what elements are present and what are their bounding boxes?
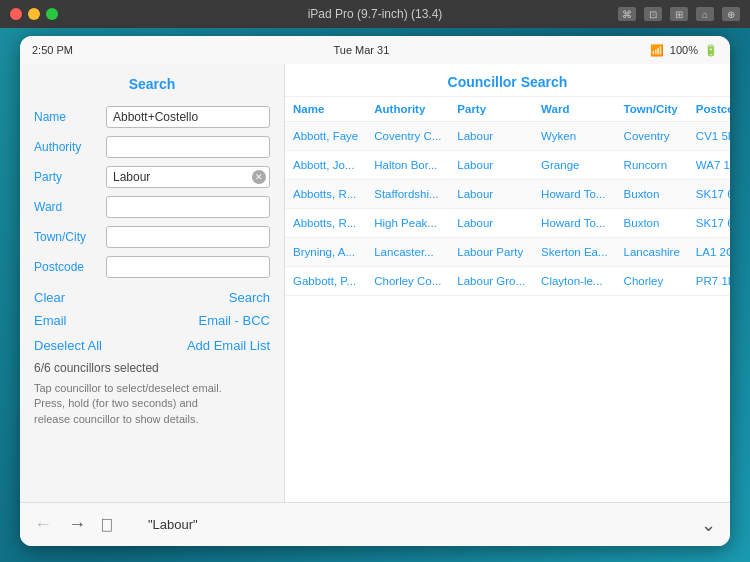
cell-5: LA1 2QD bbox=[688, 238, 730, 267]
clear-button[interactable]: Clear bbox=[34, 290, 65, 305]
table-header-row: Name Authority Party Ward Town/City Post… bbox=[285, 97, 730, 122]
name-row: Name bbox=[34, 106, 270, 128]
email-row: Email Email - BCC bbox=[34, 313, 270, 328]
party-row: Party ✕ bbox=[34, 166, 270, 188]
minimize-button[interactable] bbox=[28, 8, 40, 20]
cell-2: Labour bbox=[449, 122, 533, 151]
postcode-row: Postcode bbox=[34, 256, 270, 278]
maximize-button[interactable] bbox=[46, 8, 58, 20]
ward-label: Ward bbox=[34, 200, 106, 214]
status-right: 📶 100% 🔋 bbox=[650, 44, 718, 57]
name-label: Name bbox=[34, 110, 106, 124]
cell-1: Staffordshi... bbox=[366, 180, 449, 209]
close-button[interactable] bbox=[10, 8, 22, 20]
battery-text: 100% bbox=[670, 44, 698, 56]
right-panel-title: Councillor Search bbox=[285, 64, 730, 97]
cell-1: Coventry C... bbox=[366, 122, 449, 151]
tb-icon-5[interactable]: ⊕ bbox=[722, 7, 740, 21]
deselect-all-button[interactable]: Deselect All bbox=[34, 338, 102, 353]
forward-button[interactable]: → bbox=[68, 514, 86, 535]
toolbar-current-text: "Labour" bbox=[148, 517, 198, 532]
authority-row: Authority bbox=[34, 136, 270, 158]
tb-icon-4[interactable]: ⌂ bbox=[696, 7, 714, 21]
cell-0: Gabbott, P... bbox=[285, 267, 366, 296]
cell-4: Buxton bbox=[616, 180, 688, 209]
cell-4: Buxton bbox=[616, 209, 688, 238]
cell-1: Halton Bor... bbox=[366, 151, 449, 180]
cell-1: Lancaster... bbox=[366, 238, 449, 267]
status-bar: 2:50 PM Tue Mar 31 📶 100% 🔋 bbox=[20, 36, 730, 64]
main-content: Search Name Authority Party ✕ bbox=[20, 64, 730, 502]
cell-3: Clayton-le... bbox=[533, 267, 615, 296]
party-input-container: ✕ bbox=[106, 166, 270, 188]
battery-icon: 🔋 bbox=[704, 44, 718, 57]
ipad-frame: 2:50 PM Tue Mar 31 📶 100% 🔋 Search Name … bbox=[20, 36, 730, 546]
results-table: Name Authority Party Ward Town/City Post… bbox=[285, 97, 730, 296]
chevron-down-icon[interactable]: ⌄ bbox=[701, 514, 716, 536]
ward-row: Ward bbox=[34, 196, 270, 218]
party-input[interactable] bbox=[106, 166, 270, 188]
window-title: iPad Pro (9.7-inch) (13.4) bbox=[308, 7, 443, 21]
results-table-container[interactable]: Name Authority Party Ward Town/City Post… bbox=[285, 97, 730, 502]
col-header-town: Town/City bbox=[616, 97, 688, 122]
cell-5: PR7 1DP bbox=[688, 267, 730, 296]
cell-0: Abbott, Jo... bbox=[285, 151, 366, 180]
table-row[interactable]: Abbotts, R...Staffordshi...LabourHoward … bbox=[285, 180, 730, 209]
cell-1: Chorley Co... bbox=[366, 267, 449, 296]
table-row[interactable]: Abbotts, R...High Peak...LabourHoward To… bbox=[285, 209, 730, 238]
email-button[interactable]: Email bbox=[34, 313, 67, 328]
cell-5: CV1 5RR bbox=[688, 122, 730, 151]
cell-4: Coventry bbox=[616, 122, 688, 151]
col-header-name: Name bbox=[285, 97, 366, 122]
cell-2: Labour bbox=[449, 180, 533, 209]
bottom-toolbar: ← → ⎕ "Labour" ⌄ bbox=[20, 502, 730, 546]
cell-3: Skerton Ea... bbox=[533, 238, 615, 267]
add-email-list-button[interactable]: Add Email List bbox=[187, 338, 270, 353]
tb-icon-2[interactable]: ⊡ bbox=[644, 7, 662, 21]
postcode-input[interactable] bbox=[106, 256, 270, 278]
table-row[interactable]: Bryning, A...Lancaster...Labour PartySke… bbox=[285, 238, 730, 267]
title-bar-icons: ⌘ ⊡ ⊞ ⌂ ⊕ bbox=[618, 7, 740, 21]
wifi-icon: 📶 bbox=[650, 44, 664, 57]
cell-3: Wyken bbox=[533, 122, 615, 151]
instructions: Tap councillor to select/deselect email.… bbox=[34, 381, 270, 427]
cell-4: Runcorn bbox=[616, 151, 688, 180]
back-button[interactable]: ← bbox=[34, 514, 52, 535]
name-input[interactable] bbox=[106, 106, 270, 128]
action-row: Clear Search bbox=[34, 290, 270, 305]
cell-3: Howard To... bbox=[533, 209, 615, 238]
table-row[interactable]: Abbott, Jo...Halton Bor...LabourGrangeRu… bbox=[285, 151, 730, 180]
col-header-authority: Authority bbox=[366, 97, 449, 122]
col-header-ward: Ward bbox=[533, 97, 615, 122]
traffic-lights bbox=[10, 8, 58, 20]
cell-0: Abbotts, R... bbox=[285, 209, 366, 238]
party-label: Party bbox=[34, 170, 106, 184]
table-row[interactable]: Gabbott, P...Chorley Co...Labour Gro...C… bbox=[285, 267, 730, 296]
email-bcc-button[interactable]: Email - BCC bbox=[198, 313, 270, 328]
status-date: Tue Mar 31 bbox=[333, 44, 389, 56]
party-clear-icon[interactable]: ✕ bbox=[252, 170, 266, 184]
authority-input[interactable] bbox=[106, 136, 270, 158]
cell-2: Labour bbox=[449, 151, 533, 180]
cell-3: Grange bbox=[533, 151, 615, 180]
tb-icon-1[interactable]: ⌘ bbox=[618, 7, 636, 21]
selected-count: 6/6 councillors selected bbox=[34, 361, 270, 375]
cell-2: Labour Gro... bbox=[449, 267, 533, 296]
tb-icon-3[interactable]: ⊞ bbox=[670, 7, 688, 21]
left-panel-title: Search bbox=[34, 76, 270, 92]
left-panel: Search Name Authority Party ✕ bbox=[20, 64, 285, 502]
table-row[interactable]: Abbott, FayeCoventry C...LabourWykenCove… bbox=[285, 122, 730, 151]
ward-input[interactable] bbox=[106, 196, 270, 218]
cell-4: Chorley bbox=[616, 267, 688, 296]
cell-0: Bryning, A... bbox=[285, 238, 366, 267]
cell-4: Lancashire bbox=[616, 238, 688, 267]
col-header-party: Party bbox=[449, 97, 533, 122]
cell-0: Abbotts, R... bbox=[285, 180, 366, 209]
town-input[interactable] bbox=[106, 226, 270, 248]
search-button[interactable]: Search bbox=[229, 290, 270, 305]
deselect-row: Deselect All Add Email List bbox=[34, 338, 270, 353]
copy-button[interactable]: ⎕ bbox=[102, 516, 112, 534]
town-label: Town/City bbox=[34, 230, 106, 244]
cell-5: SK17 6EL bbox=[688, 180, 730, 209]
authority-label: Authority bbox=[34, 140, 106, 154]
